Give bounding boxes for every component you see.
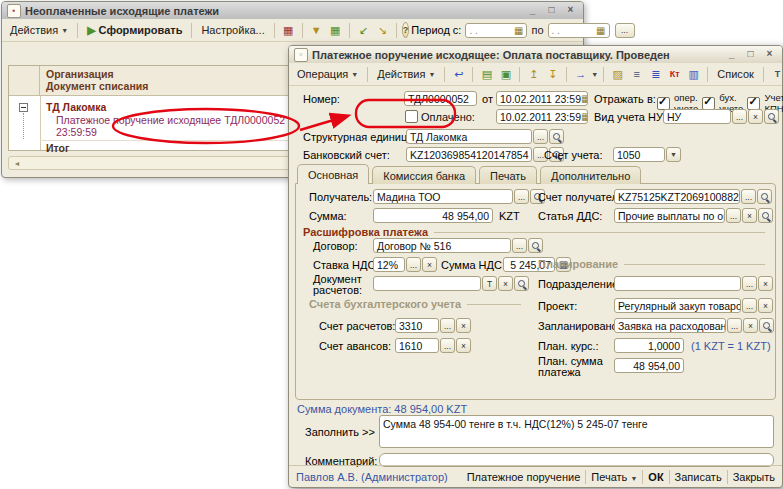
ok-button[interactable]: ОК — [648, 471, 663, 483]
open-button[interactable] — [758, 208, 773, 223]
select-button[interactable]: ... — [406, 257, 421, 272]
select-button[interactable]: ... — [726, 208, 741, 223]
vat-rate-field[interactable]: 12% — [373, 257, 405, 272]
amount-field[interactable]: 48 954,00 — [373, 208, 493, 223]
select-button[interactable]: ... — [742, 276, 757, 291]
period-more-button[interactable]: ... — [615, 23, 635, 38]
dds-field[interactable]: Прочие выплаты по операционно — [614, 208, 725, 223]
calendar-icon[interactable]: ▦ — [581, 111, 588, 122]
close-button[interactable]: Закрыть — [733, 471, 775, 483]
payment-purpose-textarea[interactable]: Сумма 48 954-00 тенге в т.ч. НДС(12%) 5 … — [379, 415, 774, 448]
open-button[interactable] — [549, 129, 564, 144]
tab-bank-commission[interactable]: Комиссия банка — [372, 166, 476, 184]
select-button[interactable]: ... — [741, 189, 756, 204]
payee-account-field[interactable]: KZ75125KZT2069100882 в АО "БТА — [614, 189, 740, 204]
clear-button[interactable]: × — [748, 109, 763, 124]
select-button[interactable]: ... — [533, 129, 548, 144]
clear-button[interactable]: × — [456, 318, 471, 333]
close-button[interactable]: × — [563, 4, 578, 17]
planned-field[interactable]: Заявка на расходование средст — [614, 318, 726, 333]
structural-unit-field[interactable]: ТД Лакомка — [406, 129, 532, 144]
open-button[interactable] — [514, 276, 529, 291]
post-document-icon[interactable]: ↩ — [450, 66, 467, 82]
generate-button[interactable]: ▶ Сформировать — [83, 23, 186, 38]
clear-button[interactable]: × — [758, 276, 773, 291]
quick-filter-icon[interactable]: Т — [769, 66, 783, 82]
report-icon[interactable]: ▦ — [280, 22, 297, 38]
type-button[interactable]: Т — [482, 276, 497, 291]
structure-icon[interactable]: ≣ — [647, 66, 664, 82]
open-button[interactable] — [757, 189, 772, 204]
settlement-doc-field[interactable] — [373, 276, 481, 291]
clear-button[interactable]: × — [498, 276, 513, 291]
table-icon[interactable]: ▦ — [327, 22, 344, 38]
clear-button[interactable]: × — [742, 208, 757, 223]
period-from-input[interactable]: . . ▦ — [465, 23, 527, 38]
go-icon[interactable]: → — [572, 66, 589, 82]
clear-button[interactable]: × — [743, 318, 758, 333]
back-window-titlebar[interactable]: ▪ Неоплаченные исходящие платежи _ □ × — [2, 2, 583, 19]
actions-menu-button[interactable]: Действия▼ — [6, 23, 72, 37]
tab-main[interactable]: Основная — [297, 164, 369, 184]
close-button[interactable]: × — [762, 48, 777, 61]
contract-field[interactable]: Договор № 516 — [373, 238, 511, 253]
period-to-input[interactable]: . . ▦ — [548, 23, 610, 38]
scroll-left-icon[interactable]: ◄ — [9, 157, 25, 169]
settings-button[interactable]: Настройка... — [197, 23, 268, 37]
minimize-button[interactable]: _ — [525, 4, 540, 17]
actions-menu-button[interactable]: Действия▼ — [373, 67, 439, 81]
clear-button[interactable]: × — [422, 257, 437, 272]
select-button[interactable]: ... — [727, 318, 742, 333]
add-copy-icon[interactable]: ▣ — [497, 66, 514, 82]
payee-field[interactable]: Мадина ТОО — [373, 189, 513, 204]
operation-menu-button[interactable]: Операция▼ — [293, 67, 362, 81]
plan-sum-field[interactable]: 48 954,00 — [614, 358, 684, 373]
calendar-icon[interactable]: ▦ — [596, 25, 605, 36]
list-settings-icon[interactable]: ≡ — [628, 66, 645, 82]
import-icon[interactable]: ↙ — [355, 22, 372, 38]
select-button[interactable]: ... — [440, 338, 455, 353]
kpn-uchet-checkbox[interactable] — [747, 97, 760, 110]
buh-uchet-checkbox[interactable] — [702, 97, 715, 110]
bank-account-field[interactable]: KZ120369854120147854 в АО "А" — [406, 147, 532, 162]
calendar-icon[interactable]: ▦ — [581, 93, 588, 104]
open-button[interactable] — [528, 238, 543, 253]
select-button[interactable]: ... — [514, 189, 529, 204]
tab-print[interactable]: Печать — [479, 166, 537, 184]
minimize-button[interactable]: _ — [724, 48, 739, 61]
open-button[interactable] — [764, 109, 779, 124]
save-button[interactable]: Записать — [675, 471, 722, 483]
export-icon[interactable]: ↘ — [374, 22, 391, 38]
accounting-journal-icon[interactable]: ▥ — [685, 66, 702, 82]
maximize-button[interactable]: □ — [743, 48, 758, 61]
fill-button[interactable]: Заполнить >> ▼ — [305, 426, 385, 438]
paid-date-field[interactable]: 10.02.2011 23:59 ▦ — [496, 109, 588, 124]
dropdown-button[interactable]: ▼ — [666, 147, 681, 162]
tab-additional[interactable]: Дополнительно — [540, 166, 641, 184]
advance-account-field[interactable]: 1610 — [395, 338, 439, 353]
department-field[interactable] — [614, 276, 741, 291]
open-journal-icon[interactable]: ▤ — [478, 66, 495, 82]
select-button[interactable]: ... — [732, 109, 747, 124]
document-date-field[interactable]: 10.02.2011 23:59 ▦ — [496, 91, 588, 106]
filter-settings-icon[interactable]: ▼ — [308, 22, 325, 38]
select-button[interactable]: ... — [742, 298, 757, 313]
settlement-account-field[interactable]: 3310 — [395, 318, 439, 333]
nu-kind-field[interactable]: НУ — [663, 109, 731, 124]
chevron-down-icon[interactable]: ▼ — [591, 71, 598, 78]
oper-uchet-checkbox[interactable] — [657, 97, 670, 110]
print-button[interactable]: Печать ▼ — [591, 471, 637, 483]
number-field[interactable]: ТДЛ0000052 — [404, 91, 477, 106]
select-button[interactable]: ... — [512, 238, 527, 253]
plan-rate-field[interactable]: 1,0000 — [614, 338, 684, 353]
clear-button[interactable]: × — [758, 298, 773, 313]
select-button[interactable]: ... — [440, 318, 455, 333]
front-window-titlebar[interactable]: ▫ Платежное поручение исходящее: Оплата … — [289, 46, 782, 63]
dt-kt-icon[interactable]: Кт — [666, 66, 683, 82]
list-button[interactable]: Список — [713, 67, 758, 81]
help-icon[interactable]: ? — [402, 22, 410, 38]
load-icon[interactable]: ↥ — [525, 66, 542, 82]
maximize-button[interactable]: □ — [544, 4, 559, 17]
open-button[interactable] — [759, 318, 774, 333]
payment-order-button[interactable]: Платежное поручение — [467, 471, 581, 483]
